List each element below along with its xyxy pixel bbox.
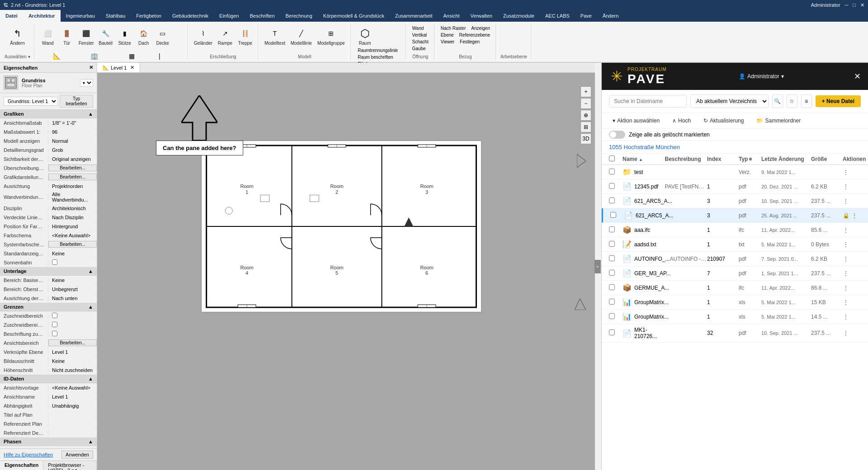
minimize-button[interactable]: ─ [845,2,849,8]
rampe-button[interactable]: ↗ Rampe [216,25,234,47]
file-actions-9[interactable]: ⋮ [843,299,861,306]
decke-button[interactable]: ▭ Decke [154,25,172,47]
file-row-9[interactable]: 📊 GroupMatrix... 1 xls 5. Mai 2022 1... … [602,295,868,310]
pave-star-button[interactable]: ☆ [787,94,797,108]
action-auswaehlen-button[interactable]: ▾ Aktion auswählen [609,116,663,126]
action-aktualisierung-button[interactable]: ↻ Aktualisierung [700,116,747,126]
zoom-out-button[interactable]: − [580,98,591,109]
file-checkbox-0[interactable] [609,169,623,176]
bottom-tab-eigenschaften[interactable]: Eigenschaften [0,461,43,470]
section-grafiken[interactable]: Grafiken ▲ [0,110,97,118]
properties-close-button[interactable]: ✕ [89,65,93,70]
file-row-6[interactable]: 📄 AUTOINFO_... AUTOINFO - Neue Dateie...… [602,252,868,266]
help-link[interactable]: Hilfe zu Eigenschaften [4,452,53,457]
stuetze-button[interactable]: ▮ Stütze [116,25,134,47]
file-row-0[interactable]: 📁 test Verz. 9. Mai 2022 1... ⋮ [602,165,868,179]
table-col-size[interactable]: Größe [811,156,843,162]
more-actions-icon-10[interactable]: ⋮ [843,313,849,320]
3d-view-button[interactable]: 3D [580,133,591,144]
pave-close-button[interactable]: ✕ [847,71,868,81]
modelltext-button[interactable]: T Modelltext [263,25,287,47]
gaube-button[interactable]: Gaube [410,46,428,52]
tab-gebaeudetechnik[interactable]: Gebäudetechnik [167,10,214,22]
file-row-8[interactable]: 📦 GERMUE_A... 1 ifc 11. Apr. 2022... 86.… [602,281,868,295]
tab-zusatzmodule[interactable]: Zusatzmodule [498,10,540,22]
edit-type-button[interactable]: Typ bearbeiten [60,95,93,108]
festlegen-button[interactable]: Festlegen [458,39,481,45]
more-actions-icon-7[interactable]: ⋮ [843,270,849,277]
zoom-region-button[interactable]: ⊞ [580,122,591,132]
tab-pave[interactable]: Pave [575,10,597,22]
section-phasen[interactable]: Phasen ▲ [0,437,97,446]
tab-aec-labs[interactable]: AEC LABS [540,10,575,22]
canvas-tab-level1[interactable]: 📐 Level 1 ✕ [97,63,140,72]
file-actions-8[interactable]: ⋮ [843,284,861,291]
more-actions-icon-8[interactable]: ⋮ [843,284,849,291]
viewer-button[interactable]: Viewer [439,39,456,45]
tab-zusammenarbeit[interactable]: Zusammenarbeit [390,10,438,22]
tab-datei[interactable]: Datei [0,10,23,22]
section-id-daten[interactable]: ID-Daten ▲ [0,375,97,383]
file-row-3[interactable]: 📄 621_ARC5_A... 3 pdf 25. Aug. 2021 ... … [602,208,868,223]
section-grenzen[interactable]: Grenzen ▲ [0,303,97,311]
pave-breadcrumb[interactable]: 1055 Hochstraße München [602,141,868,154]
apply-button[interactable]: Anwenden [61,451,93,459]
file-actions-4[interactable]: ⋮ [843,226,861,234]
action-hoch-button[interactable]: ∧ Hoch [669,116,694,126]
pave-menu-button[interactable]: ≡ [801,94,812,108]
file-row-11[interactable]: 📄 MK1-210726... 32 pdf 10. Sep. 2021 ...… [602,324,868,343]
zoom-fit-button[interactable]: ⊕ [580,110,591,121]
canvas-tab-close[interactable]: ✕ [130,65,134,70]
more-actions-icon-1[interactable]: ⋮ [843,183,849,190]
raumtrennungslinie-button[interactable]: Raumtrennungslinie [356,47,401,53]
tab-architektur[interactable]: Architektur [23,10,61,22]
file-checkbox-6[interactable] [609,255,623,263]
file-actions-1[interactable]: ⋮ [843,183,861,190]
file-checkbox-8[interactable] [609,284,623,291]
close-button[interactable]: ✕ [860,2,864,8]
dach-button[interactable]: 🏠 Dach [135,25,153,47]
table-col-desc[interactable]: Beschreibung [665,156,708,162]
file-actions-5[interactable]: ⋮ [843,241,861,248]
titlebar-controls[interactable]: Administrator ─ □ ✕ [811,2,864,8]
file-checkbox-4[interactable] [609,226,623,234]
file-row-1[interactable]: 📄 12345.pdf PAVE [TestFNA]: AUTOIN... 1 … [602,179,868,194]
tab-berechnung[interactable]: Berechnung [280,10,318,22]
tab-ansicht[interactable]: Ansicht [438,10,465,22]
more-actions-icon-4[interactable]: ⋮ [843,226,849,234]
bottom-tab-projektbrowser[interactable]: Projektbrowser - HOTEL_2.rvt [43,461,97,470]
vertikal-button[interactable]: Vertikal [410,32,429,38]
file-checkbox-2[interactable] [609,197,623,205]
file-actions-6[interactable]: ⋮ [843,255,861,263]
file-actions-2[interactable]: ⋮ [843,197,861,205]
zuschneidbereich2-checkbox[interactable] [52,322,57,327]
file-actions-7[interactable]: ⋮ [843,270,861,277]
tab-beschriften[interactable]: Beschriften [244,10,280,22]
tab-koerpermodell[interactable]: Körpermodell & Grundstück [318,10,390,22]
zuschneidbereich-checkbox[interactable] [52,313,57,318]
treppe-button[interactable]: 🪜 Treppe [236,25,254,47]
file-checkbox-3[interactable] [610,212,624,219]
table-col-type[interactable]: Typ ⊗ [739,156,761,162]
schacht-button[interactable]: Schacht [410,39,430,45]
pave-new-file-button[interactable]: + Neue Datei [816,95,861,107]
more-actions-icon-11[interactable]: ⋮ [843,329,849,337]
more-actions-icon-9[interactable]: ⋮ [843,299,849,306]
aendern-button[interactable]: ↰ Ändern [6,25,28,47]
tab-aendern[interactable]: Ändern [597,10,624,22]
tab-ingenieurbau[interactable]: Ingenieurbau [61,10,100,22]
anzeigen-button[interactable]: Anzeigen [469,25,492,31]
file-checkbox-7[interactable] [609,270,623,277]
ebene-button[interactable]: Ebene [439,32,456,38]
pave-user-area[interactable]: 👤 Administrator ▾ [731,73,791,80]
tab-einfuegen[interactable]: Einfügen [214,10,244,22]
file-row-2[interactable]: 📄 621_ARC5_A... 3 pdf 10. Sep. 2021 ... … [602,194,868,208]
table-col-name[interactable]: Name ▲ [623,156,665,162]
file-checkbox-5[interactable] [609,241,623,248]
more-actions-icon-5[interactable]: ⋮ [843,241,849,248]
wand-oeffnung-button[interactable]: Wand [410,25,426,31]
action-sammelordner-button[interactable]: 📁 Sammelordner [753,116,804,126]
file-actions-0[interactable]: ⋮ [843,169,861,176]
pave-search-input[interactable] [609,95,687,108]
modelllinie-button[interactable]: ╱ Modelllinie [289,25,314,47]
